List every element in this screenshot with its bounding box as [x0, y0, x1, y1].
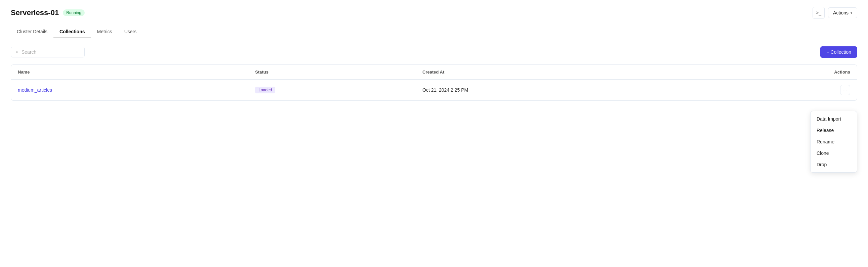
- collection-link[interactable]: medium_articles: [18, 87, 52, 93]
- search-input[interactable]: [22, 49, 80, 55]
- search-wrapper: ⚬: [11, 47, 85, 58]
- cell-actions: ···: [710, 79, 857, 101]
- page-container: Serverless-01 Running >_ Actions ▾ Clust…: [0, 0, 868, 267]
- terminal-button[interactable]: >_: [812, 7, 825, 19]
- server-name: Serverless-01: [11, 8, 59, 17]
- table-header-row: Name Status Created At Actions: [11, 65, 857, 79]
- collections-table-container: Name Status Created At Actions medium_ar…: [11, 65, 857, 101]
- collections-table: Name Status Created At Actions medium_ar…: [11, 65, 857, 100]
- dropdown-item-data-import[interactable]: Data Import: [810, 113, 857, 125]
- tab-cluster-details[interactable]: Cluster Details: [11, 26, 54, 38]
- col-status: Status: [248, 65, 416, 79]
- actions-button[interactable]: Actions ▾: [828, 7, 857, 18]
- tab-users[interactable]: Users: [118, 26, 143, 38]
- col-name: Name: [11, 65, 248, 79]
- tab-metrics[interactable]: Metrics: [91, 26, 118, 38]
- more-icon: ···: [842, 87, 848, 93]
- actions-label: Actions: [833, 10, 848, 15]
- header-right: >_ Actions ▾: [812, 7, 857, 19]
- table-row: medium_articles Loaded Oct 21, 2024 2:25…: [11, 79, 857, 101]
- chevron-down-icon: ▾: [850, 11, 852, 15]
- add-collection-button[interactable]: + Collection: [820, 46, 857, 58]
- header: Serverless-01 Running >_ Actions ▾: [11, 7, 857, 19]
- tabs-container: Cluster Details Collections Metrics User…: [11, 26, 857, 38]
- add-collection-label: + Collection: [826, 49, 851, 55]
- dropdown-item-clone[interactable]: Clone: [810, 147, 857, 159]
- dropdown-item-rename[interactable]: Rename: [810, 136, 857, 147]
- terminal-icon: >_: [816, 10, 821, 15]
- tab-collections[interactable]: Collections: [54, 26, 91, 38]
- dropdown-item-drop[interactable]: Drop: [810, 159, 857, 170]
- col-actions: Actions: [710, 65, 857, 79]
- dropdown-item-release[interactable]: Release: [810, 125, 857, 136]
- cell-name: medium_articles: [11, 79, 248, 101]
- status-badge: Running: [63, 9, 85, 16]
- search-icon: ⚬: [15, 50, 19, 55]
- toolbar: ⚬ + Collection: [11, 46, 857, 58]
- header-left: Serverless-01 Running: [11, 8, 85, 17]
- more-actions-button[interactable]: ···: [840, 85, 850, 95]
- status-loaded-badge: Loaded: [255, 87, 275, 93]
- cell-created-at: Oct 21, 2024 2:25 PM: [416, 79, 710, 101]
- col-created-at: Created At: [416, 65, 710, 79]
- dropdown-menu: Data Import Release Rename Clone Drop: [810, 111, 857, 173]
- cell-status: Loaded: [248, 79, 416, 101]
